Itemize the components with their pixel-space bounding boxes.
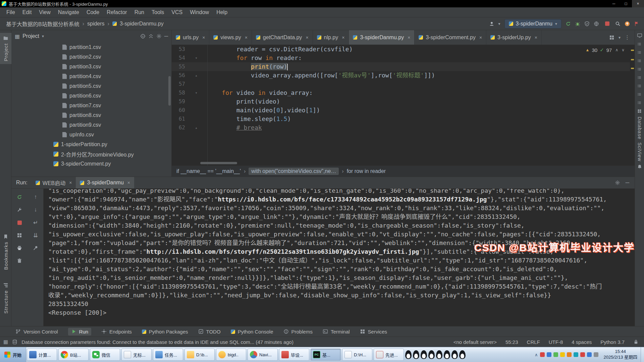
code-line[interactable]: 55 print(row) [172,62,630,71]
tray-icon[interactable] [540,352,545,357]
project-item[interactable]: 2-合并分区为combineVideo.py [11,149,171,159]
taskbar-item[interactable]: bigd.. [216,349,246,361]
tray-icon[interactable] [580,352,585,357]
tool-tab-bookmarks[interactable]: Bookmarks [0,231,11,273]
tool-window-switcher-icon[interactable]: ▦ [3,339,8,345]
tray-icon[interactable] [567,352,572,357]
up-arrow-icon[interactable]: ↑ [34,194,37,200]
fold-marker-icon[interactable]: ▴ [185,71,207,80]
profiler-icon[interactable] [594,21,599,26]
status-widget[interactable]: <no default server> [453,339,497,345]
gear-icon[interactable] [156,34,162,39]
taskbar-item[interactable]: 无标... [121,349,152,361]
editor-tab[interactable]: getChartData.py× [252,30,313,45]
split-editor-icon[interactable] [609,35,614,40]
show-desktop-button[interactable] [641,347,644,362]
status-widget[interactable]: CRLF [527,339,540,345]
run-configuration-select[interactable]: 3-spiderDanmu▾ [504,19,561,28]
status-widget[interactable]: Python 3.7 [600,339,625,345]
list-item-icon[interactable] [637,100,642,105]
menu-item-run[interactable]: Run [131,8,148,16]
close-icon[interactable]: × [408,35,410,40]
fold-marker-icon[interactable]: ▾ [185,88,207,97]
taskbar-item[interactable]: 微信 [90,349,120,361]
editor-breadcrumb-item[interactable]: if __name__ == '__main__' [176,168,241,174]
close-icon[interactable]: × [306,35,308,40]
tray-icon[interactable] [553,352,558,357]
code-line[interactable]: 60 main(video[0],video[1]) [172,106,630,115]
taskbar-clock[interactable]: 15:44 2025/2/13 星期四 [600,347,641,362]
menu-item-window[interactable]: Window [186,8,213,16]
editor-tab[interactable]: views.py× [209,30,252,45]
stop-button[interactable] [603,20,611,28]
project-item[interactable]: partition5.csv [11,81,171,91]
breadcrumb-item[interactable]: 基于大数据的B站数据分析系统 [6,20,79,28]
search-everywhere-icon[interactable] [615,21,621,26]
tool-tab-database[interactable]: Database [637,117,642,139]
tool-window-button-run[interactable]: Run [68,328,92,336]
notifications-bell-icon[interactable] [637,164,642,170]
code-line[interactable]: 53 reader = csv.DictReader(csvfile) [172,45,630,54]
user-avatar-icon[interactable] [489,21,494,26]
editor-tab[interactable]: 3-spiderDanmu.py× [349,30,415,45]
tool-window-button-services[interactable]: Services [360,329,387,335]
horizontal-scrollbar[interactable] [200,162,237,164]
menu-item-tools[interactable]: Tools [148,8,168,16]
maximize-button[interactable]: □ [620,0,632,7]
tool-window-button-python-packages[interactable]: Python Packages [142,329,188,335]
tray-icon[interactable] [560,352,565,357]
code-editor[interactable]: 53 reader = csv.DictReader(csvfile)54▾ f… [172,45,630,166]
taskbar-item[interactable]: 计算... [27,349,57,361]
collapse-all-icon[interactable] [148,34,154,39]
qq-penguin-icon[interactable] [436,350,442,359]
print-icon[interactable] [17,245,22,251]
coverage-shield-icon[interactable] [584,21,590,26]
tool-tab-project[interactable]: Project [0,33,11,64]
lock-icon[interactable] [633,339,639,345]
breadcrumb-item[interactable]: 3-spiderDanmu.py [120,21,164,27]
code-line[interactable]: 58▾ for video in video_array: [172,88,630,97]
qq-penguin-icon[interactable] [444,350,450,359]
close-icon[interactable]: × [342,35,344,40]
run-console-output[interactable]: "is_cooperation":0,"ugc_pay_preview":0,"… [44,189,635,326]
stop-button[interactable] [15,219,23,227]
menu-item-vcs[interactable]: VCS [168,8,186,16]
project-item[interactable]: partition4.csv [11,71,171,81]
code-line[interactable]: 56▴ video_array.append([row['视频av号'],row… [172,71,630,80]
qq-penguin-icon[interactable] [421,350,427,359]
fold-marker-icon[interactable]: ▾ [185,54,207,62]
minimize-button[interactable]: ─ [608,0,620,7]
hide-panel-icon[interactable]: ─ [164,33,168,39]
list-item-icon[interactable] [637,41,642,47]
status-widget[interactable]: 4 spaces [572,339,592,345]
editor-breadcrumb-item[interactable]: with open("combineVideo.csv",ne… [249,168,339,175]
qq-penguin-icon[interactable] [428,350,435,359]
grid-icon[interactable] [637,108,642,114]
close-icon[interactable]: × [127,180,130,185]
fold-marker-icon[interactable]: ▴ [185,123,207,132]
run-tab[interactable]: WEB启动× [32,177,76,188]
restore-layout-icon[interactable] [17,233,22,238]
close-icon[interactable]: × [245,35,248,40]
list-item-icon[interactable] [637,58,642,63]
editor-tab[interactable]: nlp.py× [313,30,349,45]
status-widget[interactable]: 55:23 [505,339,518,345]
pin-icon[interactable] [33,245,38,251]
down-arrow-icon[interactable]: ↓ [34,206,37,213]
editor-tab[interactable]: urls.py× [172,30,209,45]
gear-icon[interactable] [615,180,620,185]
project-item[interactable]: partition3.csv [11,62,171,71]
rerun-icon[interactable] [566,21,571,26]
tool-tab-sciview[interactable]: SciView [637,142,642,162]
taskbar-item[interactable]: D:\H... [342,349,372,361]
editor-tab[interactable]: 3-spiderComment.py× [415,30,486,45]
editor-breadcrumb-item[interactable]: for row in reader [347,168,386,174]
close-icon[interactable]: × [479,35,482,40]
tool-window-button-todo[interactable]: TODO [198,329,221,335]
list-item-icon[interactable] [637,83,642,88]
code-line[interactable]: 57 [172,80,630,88]
project-item[interactable]: 3-spiderComment.py [11,159,171,169]
project-item[interactable]: partition9.csv [11,120,171,130]
tool-window-button-version-control[interactable]: Version Control [15,329,58,335]
project-item[interactable]: 1-spiderPartition.py [11,139,171,149]
